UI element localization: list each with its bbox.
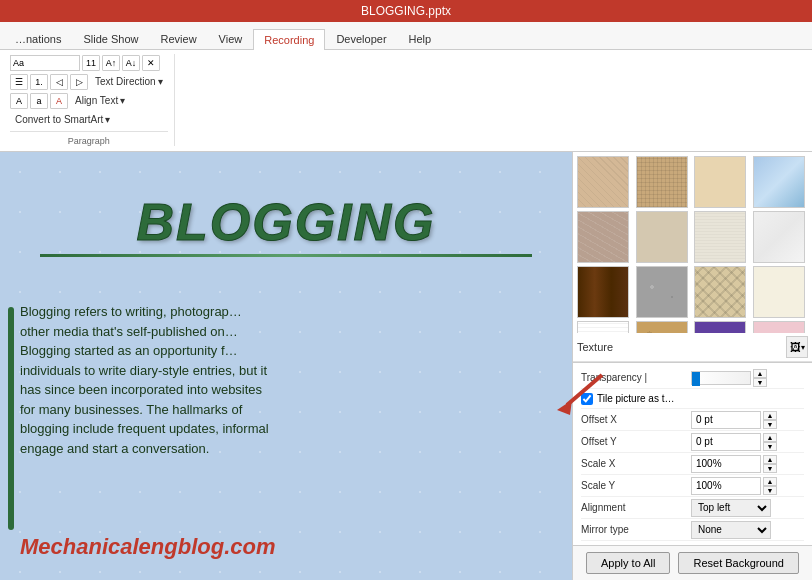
texture-wood-dark[interactable] — [577, 266, 629, 318]
convert-smartart-label: Convert to SmartArt — [15, 114, 103, 125]
tab-help[interactable]: Help — [398, 28, 443, 49]
tab-view[interactable]: View — [208, 28, 254, 49]
tab-slideshow[interactable]: Slide Show — [72, 28, 149, 49]
chevron-down-icon-3: ▾ — [105, 114, 110, 125]
mirror-type-select[interactable]: None Horizontal Vertical Both — [691, 521, 771, 539]
transparency-down[interactable]: ▼ — [753, 378, 767, 387]
alignment-select[interactable]: Top left Top center Top right Center lef… — [691, 499, 771, 517]
offset-y-label: Offset Y — [581, 436, 691, 447]
main-area: BLOGGING Blogging refers to writing, pho… — [0, 152, 812, 580]
texture-granite[interactable] — [636, 266, 688, 318]
texture-grid — [573, 152, 812, 333]
tile-picture-row: Tile picture as t… — [581, 389, 804, 409]
texture-label-row: Texture 🖼 ▾ — [573, 333, 812, 362]
tile-picture-checkbox[interactable] — [581, 393, 593, 405]
text-direction-button[interactable]: Text Direction ▾ — [90, 73, 168, 90]
texture-crinkle[interactable] — [577, 211, 629, 263]
offset-x-up[interactable]: ▲ — [763, 411, 777, 420]
texture-burlap[interactable] — [636, 156, 688, 208]
scale-y-down[interactable]: ▼ — [763, 486, 777, 495]
font-grow-button[interactable]: A↑ — [102, 55, 120, 71]
scale-x-up[interactable]: ▲ — [763, 455, 777, 464]
chevron-down-icon: ▾ — [158, 76, 163, 87]
tab-animations[interactable]: …nations — [4, 28, 72, 49]
texture-canvas[interactable] — [577, 156, 629, 208]
slide: BLOGGING Blogging refers to writing, pho… — [0, 152, 572, 580]
scale-y-input[interactable] — [691, 477, 761, 495]
tab-review[interactable]: Review — [150, 28, 208, 49]
texture-purple[interactable] — [694, 321, 746, 333]
texture-weave[interactable] — [694, 266, 746, 318]
title-bar: BLOGGING.pptx — [0, 0, 812, 22]
scale-x-spinner[interactable]: ▲ ▼ — [763, 455, 777, 473]
ribbon-group-font: 11 A↑ A↓ ✕ ☰ 1. ◁ ▷ Text Direction ▾ A — [4, 54, 175, 146]
properties-panel: Transparency | ▲ ▼ Tile picture as t… — [573, 362, 812, 545]
offset-x-row: Offset X ▲ ▼ — [581, 409, 804, 431]
offset-x-spinner[interactable]: ▲ ▼ — [763, 411, 777, 429]
font-size-input[interactable]: 11 — [82, 55, 100, 71]
tile-picture-label: Tile picture as t… — [597, 393, 674, 404]
offset-y-input[interactable] — [691, 433, 761, 451]
texture-fossil[interactable] — [636, 211, 688, 263]
texture-pink[interactable] — [753, 321, 805, 333]
transparency-value: ▲ ▼ — [691, 369, 804, 387]
texture-marble-white[interactable] — [753, 211, 805, 263]
offset-y-spinner[interactable]: ▲ ▼ — [763, 433, 777, 451]
scale-y-row: Scale Y ▲ ▼ — [581, 475, 804, 497]
align-text-button[interactable]: Align Text ▾ — [70, 92, 130, 109]
scale-x-down[interactable]: ▼ — [763, 464, 777, 473]
chevron-down-icon-4: ▾ — [801, 343, 805, 352]
reset-background-button[interactable]: Reset Background — [678, 552, 799, 574]
slide-title-text: BLOGGING — [20, 192, 552, 252]
indent-less-button[interactable]: ◁ — [50, 74, 68, 90]
picture-icon: 🖼 — [790, 341, 801, 353]
tab-recording[interactable]: Recording — [253, 29, 325, 50]
transparency-thumb[interactable] — [692, 372, 700, 386]
chevron-down-icon-2: ▾ — [120, 95, 125, 106]
tab-developer[interactable]: Developer — [325, 28, 397, 49]
scale-y-spinner[interactable]: ▲ ▼ — [763, 477, 777, 495]
transparency-label: Transparency | — [581, 372, 691, 383]
scale-x-row: Scale X ▲ ▼ — [581, 453, 804, 475]
ribbon: …nations Slide Show Review View Recordin… — [0, 22, 812, 152]
scale-y-up[interactable]: ▲ — [763, 477, 777, 486]
transparency-slider[interactable] — [691, 371, 751, 385]
slide-title-underline — [40, 254, 532, 257]
texture-cork[interactable] — [636, 321, 688, 333]
font-size-A-button[interactable]: A — [10, 93, 28, 109]
font-color-button[interactable]: A — [50, 93, 68, 109]
convert-smartart-button[interactable]: Convert to SmartArt ▾ — [10, 111, 115, 128]
offset-y-up[interactable]: ▲ — [763, 433, 777, 442]
scale-x-input[interactable] — [691, 455, 761, 473]
offset-x-down[interactable]: ▼ — [763, 420, 777, 429]
texture-sand[interactable] — [694, 156, 746, 208]
scale-x-label: Scale X — [581, 458, 691, 469]
scale-y-label: Scale Y — [581, 480, 691, 491]
bottom-bar: Apply to All Reset Background — [573, 545, 812, 580]
slide-title: BLOGGING — [20, 192, 552, 259]
slide-left-accent — [8, 307, 14, 530]
alignment-label: Alignment — [581, 502, 691, 513]
slide-area[interactable]: BLOGGING Blogging refers to writing, pho… — [0, 152, 572, 580]
texture-newsprint[interactable] — [694, 211, 746, 263]
texture-brown-fiber[interactable] — [577, 321, 629, 333]
clear-format-button[interactable]: ✕ — [142, 55, 160, 71]
mirror-type-row: Mirror type None Horizontal Vertical Bot… — [581, 519, 804, 541]
font-size-a-button[interactable]: a — [30, 93, 48, 109]
offset-x-label: Offset X — [581, 414, 691, 425]
texture-cream[interactable] — [753, 266, 805, 318]
text-direction-label: Text Direction — [95, 76, 156, 87]
bullet-list-button[interactable]: ☰ — [10, 74, 28, 90]
apply-to-all-button[interactable]: Apply to All — [586, 552, 670, 574]
offset-y-down[interactable]: ▼ — [763, 442, 777, 451]
indent-more-button[interactable]: ▷ — [70, 74, 88, 90]
transparency-spinner[interactable]: ▲ ▼ — [753, 369, 767, 387]
offset-x-input[interactable] — [691, 411, 761, 429]
numbered-list-button[interactable]: 1. — [30, 74, 48, 90]
transparency-up[interactable]: ▲ — [753, 369, 767, 378]
texture-water[interactable] — [753, 156, 805, 208]
font-name-input[interactable] — [10, 55, 80, 71]
font-shrink-button[interactable]: A↓ — [122, 55, 140, 71]
alignment-row: Alignment Top left Top center Top right … — [581, 497, 804, 519]
texture-dropdown-button[interactable]: 🖼 ▾ — [786, 336, 808, 358]
